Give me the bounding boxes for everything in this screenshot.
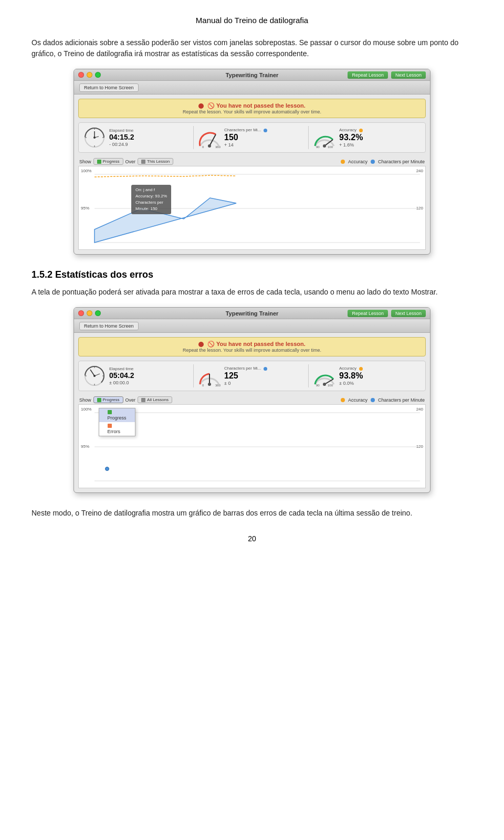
progress-item-label: Progress [108, 415, 127, 421]
accuracy-label-2: Accuracy [339, 366, 421, 371]
cpm-dot-2 [264, 367, 267, 371]
tooltip-line1-1: On: j and f [135, 187, 167, 193]
notif-icon-1 [198, 103, 204, 109]
page-header: Manual do Treino de datilografia [32, 16, 472, 25]
cpm-legend-label-2: Characters per Minute [378, 397, 425, 403]
show-label-2: Show [79, 397, 91, 403]
show-label-1: Show [79, 159, 91, 164]
chart-controls-1: Show Progress Over This Lesson Accuracy … [74, 157, 430, 166]
accuracy-dot-2 [359, 367, 363, 371]
window-title-1: Typewriting Trainer [226, 72, 279, 78]
elapsed-stat-2: Elapsed time 05:04.2 ± 00:00.0 [81, 364, 194, 387]
close-btn-2[interactable] [78, 310, 84, 316]
cpm-label-text-1: Characters per Mi... [224, 128, 261, 132]
lesson-icon-1 [141, 160, 145, 164]
show-btn-2[interactable]: Progress [93, 396, 123, 403]
progress-label-2: Progress [103, 397, 120, 402]
repeat-lesson-btn-2[interactable]: Repeat Lesson [348, 310, 388, 317]
dropdown-item-errors[interactable]: Errors [99, 422, 135, 436]
svg-text:0: 0 [202, 145, 204, 149]
lesson-icon-2 [141, 398, 145, 402]
dropdown-item-progress[interactable]: Progress [99, 408, 135, 422]
cpm-delta-1: + 14 [224, 142, 306, 148]
elapsed-gauge-2 [83, 364, 106, 387]
accuracy-stat-2: 90 100 Accuracy 93.8% ± 0.0% [311, 364, 423, 387]
show-btn-1[interactable]: Progress [93, 158, 123, 165]
titlebar-2: Typewriting Trainer Repeat Lesson Next L… [74, 308, 430, 319]
progress-item-icon [108, 410, 112, 414]
cpm-gauge-2: 0 360 [198, 364, 221, 387]
svg-point-35 [323, 383, 326, 386]
chart-controls-right-2: Accuracy Characters per Minute [341, 397, 425, 403]
lesson-btn-2[interactable]: All Lessons [138, 396, 172, 403]
titlebar-1: Typewriting Trainer Repeat Lesson Next L… [74, 69, 430, 81]
maximize-btn-1[interactable] [95, 72, 101, 78]
chart-controls-left-1: Show Progress Over This Lesson [79, 158, 173, 165]
maximize-btn-2[interactable] [95, 310, 101, 316]
accuracy-label-text-2: Accuracy [339, 366, 356, 371]
home-btn-2[interactable]: Return to Home Screen [79, 322, 139, 330]
tooltip-1: On: j and f Accuracy: 93.2% Characters p… [131, 185, 171, 214]
notif-title-2: 🚫 You have not passed the lesson. [85, 341, 419, 348]
home-btn-1[interactable]: Return to Home Screen [79, 83, 139, 92]
window-controls-1 [78, 72, 101, 78]
svg-line-23 [90, 370, 94, 376]
minimize-btn-2[interactable] [87, 310, 92, 316]
next-lesson-btn-2[interactable]: Next Lesson [391, 310, 426, 317]
chart-controls-2: Show Progress Progress Errors [74, 395, 430, 404]
notification-1: 🚫 You have not passed the lesson. Repeat… [78, 99, 426, 118]
lesson-label-2: All Lessons [147, 397, 169, 402]
stats-row-2: Elapsed time 05:04.2 ± 00:00.0 0 360 Ch [78, 361, 426, 391]
chart-controls-left-2: Show Progress Progress Errors [79, 396, 172, 403]
progress-label-1: Progress [103, 159, 120, 164]
cpm-legend-dot-1 [371, 160, 375, 164]
errors-item-label: Errors [108, 429, 121, 434]
chart-area-1: 100% 95% 240 120 On: j and f Accuracy: 9… [78, 166, 426, 250]
svg-text:90: 90 [316, 145, 320, 149]
cpm-info-2: Characters per Mi... 125 ± 0 [224, 366, 306, 386]
svg-text:360: 360 [215, 384, 221, 387]
elapsed-value-1: 04:15.2 [109, 133, 191, 141]
show-dropdown-2: Progress Errors [99, 408, 135, 436]
svg-text:0: 0 [202, 384, 204, 387]
notif-title-text-2: 🚫 You have not passed the lesson. [207, 341, 306, 347]
minimize-btn-1[interactable] [87, 72, 92, 78]
accuracy-info-1: Accuracy 93.2% + 1.6% [339, 128, 421, 148]
cpm-gauge-1: 0 360 [198, 126, 221, 149]
accuracy-value-1: 93.2% [339, 133, 421, 142]
elapsed-value-2: 05:04.2 [109, 372, 191, 380]
page-footer: 20 [32, 534, 472, 543]
outro-paragraph: Neste modo, o Treino de datilografia mos… [32, 508, 472, 519]
elapsed-info-2: Elapsed time 05:04.2 ± 00:00.0 [109, 366, 191, 385]
cpm-legend-dot-2 [371, 398, 375, 402]
acc-legend-label-2: Accuracy [348, 397, 368, 403]
svg-text:100: 100 [328, 145, 333, 149]
repeat-lesson-btn-1[interactable]: Repeat Lesson [348, 71, 388, 79]
cpm-label-2: Characters per Mi... [224, 366, 306, 371]
app-window-2: Typewriting Trainer Repeat Lesson Next L… [74, 307, 430, 493]
cpm-value-2: 125 [224, 371, 306, 381]
accuracy-info-2: Accuracy 93.8% ± 0.0% [339, 366, 421, 386]
elapsed-label-2: Elapsed time [109, 366, 191, 371]
lesson-btn-1[interactable]: This Lesson [138, 158, 173, 165]
cpm-info-1: Characters per Mi... 150 + 14 [224, 128, 306, 148]
cpm-delta-2: ± 0 [224, 381, 306, 386]
chart-controls-right-1: Accuracy Characters per Minute [341, 159, 425, 164]
svg-point-14 [323, 144, 326, 148]
intro-paragraph: Os dados adicionais sobre a sessão poder… [32, 37, 472, 59]
close-btn-1[interactable] [78, 72, 84, 78]
elapsed-label-1: Elapsed time [109, 128, 191, 133]
elapsed-stat-1: Elapsed time 04:15.2 - 00:24.9 [81, 126, 194, 149]
accuracy-delta-1: + 1.6% [339, 142, 421, 148]
cpm-stat-2: 0 360 Characters per Mi... 125 ± 0 [196, 364, 309, 387]
section-para-text: A tela de pontuação poderá ser ativada p… [32, 288, 438, 296]
svg-point-25 [93, 375, 96, 377]
titlebar-nav-2: Repeat Lesson Next Lesson [348, 310, 426, 317]
elapsed-delta-2: ± 00:00.0 [109, 380, 191, 385]
toolbar-1: Return to Home Screen [74, 81, 430, 94]
svg-point-31 [208, 383, 211, 386]
next-lesson-btn-1[interactable]: Next Lesson [391, 71, 426, 79]
cpm-label-text-2: Characters per Mi... [224, 366, 261, 371]
chart-dot-2 [105, 467, 109, 471]
svg-text:90: 90 [316, 384, 320, 387]
